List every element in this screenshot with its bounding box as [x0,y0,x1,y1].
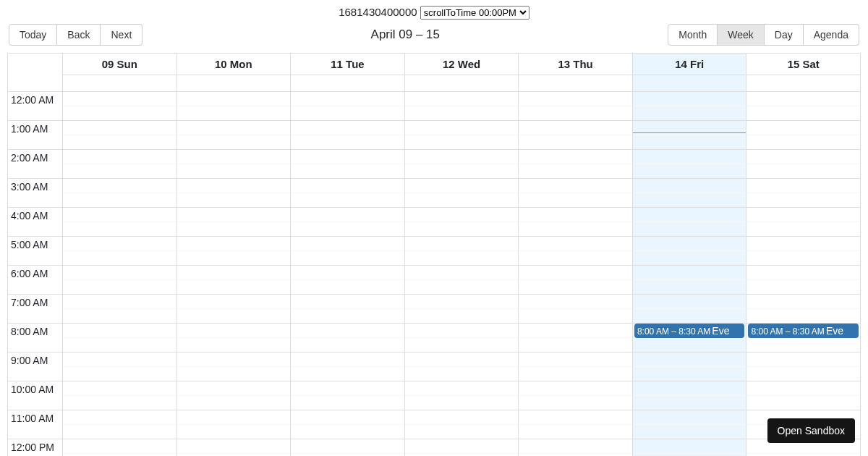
all-day-cell[interactable] [177,75,291,91]
day-column[interactable] [291,92,405,456]
day-column[interactable]: 8:00 AM – 8:30 AMEve [746,92,860,456]
timestamp-text: 1681430400000 [339,6,417,18]
nav-button-group: Today Back Next [9,24,142,46]
calendar-event[interactable]: 8:00 AM – 8:30 AMEve [748,324,859,338]
day-header-label: 11 Tue [291,54,404,75]
day-header[interactable]: 11 Tue [291,54,405,91]
all-day-cell[interactable] [746,75,860,91]
all-day-cell[interactable] [633,75,746,91]
day-header-label: 10 Mon [177,54,291,75]
scroll-to-time-select[interactable]: scrollToTime 00:00PM [420,6,529,20]
time-slot-label: 12:00 PM [8,439,62,456]
current-time-indicator [633,132,746,133]
gutter-header [8,54,63,91]
time-slot-label: 12:00 AM [8,92,62,121]
time-gutter: 12:00 AM1:00 AM2:00 AM3:00 AM4:00 AM5:00… [8,92,63,456]
time-slot-label: 9:00 AM [8,352,62,381]
open-sandbox-button[interactable]: Open Sandbox [767,418,855,443]
time-slot-label: 5:00 AM [8,237,62,266]
time-slot-label: 6:00 AM [8,266,62,295]
time-slot-label: 8:00 AM [8,324,62,352]
calendar-header-row: 09 Sun10 Mon11 Tue12 Wed13 Thu14 Fri15 S… [8,54,860,92]
time-slot-label: 3:00 AM [8,179,62,208]
event-title: Eve [712,325,729,337]
all-day-cell[interactable] [405,75,519,91]
day-header-label: 12 Wed [405,54,519,75]
time-slot-label: 10:00 AM [8,381,62,410]
day-header-label: 14 Fri [633,54,746,75]
day-header[interactable]: 14 Fri [633,54,747,91]
all-day-cell[interactable] [63,75,176,91]
day-header-label: 09 Sun [63,54,176,75]
day-column[interactable] [177,92,292,456]
view-month-button[interactable]: Month [668,24,718,46]
today-button[interactable]: Today [9,24,57,46]
day-column[interactable] [405,92,519,456]
day-header[interactable]: 10 Mon [177,54,292,91]
next-button[interactable]: Next [101,24,142,46]
time-slot-label: 4:00 AM [8,208,62,237]
day-header[interactable]: 13 Thu [519,54,633,91]
date-range-title: April 09 – 15 [371,28,440,42]
day-header[interactable]: 12 Wed [405,54,519,91]
time-slot-label: 11:00 AM [8,410,62,439]
calendar-body: 12:00 AM1:00 AM2:00 AM3:00 AM4:00 AM5:00… [8,92,860,456]
day-column[interactable]: 8:00 AM – 8:30 AMEve [633,92,747,456]
day-header[interactable]: 15 Sat [746,54,860,91]
view-week-button[interactable]: Week [718,24,765,46]
view-day-button[interactable]: Day [765,24,804,46]
day-header-label: 15 Sat [746,54,860,75]
calendar-event[interactable]: 8:00 AM – 8:30 AMEve [634,324,745,338]
time-slot-label: 2:00 AM [8,150,62,179]
event-title: Eve [826,325,843,337]
time-slot-label: 7:00 AM [8,295,62,324]
day-column[interactable] [63,92,177,456]
view-agenda-button[interactable]: Agenda [804,24,859,46]
event-time: 8:00 AM – 8:30 AM [751,326,824,337]
view-button-group: Month Week Day Agenda [668,24,859,46]
event-time: 8:00 AM – 8:30 AM [637,326,710,337]
back-button[interactable]: Back [57,24,101,46]
day-column[interactable] [519,92,633,456]
day-header[interactable]: 09 Sun [63,54,177,91]
day-header-label: 13 Thu [519,54,632,75]
calendar-toolbar: Today Back Next April 09 – 15 Month Week… [0,20,868,53]
all-day-cell[interactable] [291,75,404,91]
calendar-grid: 09 Sun10 Mon11 Tue12 Wed13 Thu14 Fri15 S… [7,53,861,456]
time-slot-label: 1:00 AM [8,121,62,150]
all-day-cell[interactable] [519,75,632,91]
